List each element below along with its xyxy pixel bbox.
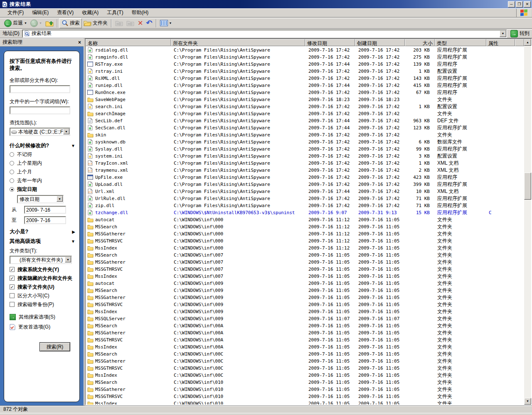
copy-to-button[interactable] <box>125 18 136 28</box>
file-row[interactable]: MSSGTHRSVCC:\WINDOWS\inf\0092009-7-16 11… <box>86 301 524 308</box>
file-row[interactable]: UpLoad.dllC:\Program Files\Rising\AntiSp… <box>86 180 524 188</box>
restore-button[interactable]: ❐ <box>516 1 523 7</box>
column-header-folder[interactable]: 所在文件夹 <box>171 39 305 46</box>
check-tape-backup[interactable]: 搜索磁带备份(P) <box>10 301 77 308</box>
vertical-scrollbar[interactable]: ▲ ▼ <box>524 39 531 405</box>
file-row[interactable]: MSSearchC:\WINDOWS\inf\0092009-7-16 11:0… <box>86 287 524 294</box>
file-row[interactable]: MssIndexC:\WINDOWS\inf\0102009-7-16 11:0… <box>86 400 524 405</box>
file-row[interactable]: traymenu.xmlC:\Program Files\Rising\Anti… <box>86 166 524 173</box>
date-field-dropdown-icon[interactable]: ▼ <box>57 196 63 202</box>
from-date-input[interactable] <box>24 206 66 214</box>
file-row[interactable]: MssIndexC:\WINDOWS\inf\00C2009-7-16 11:0… <box>86 371 524 378</box>
word-input[interactable] <box>10 106 70 114</box>
file-row[interactable]: MSSGathererC:\WINDOWS\inf\00C2009-7-16 1… <box>86 357 524 364</box>
file-row[interactable]: MSSearchC:\WINDOWS\inf\00A2009-7-16 11:0… <box>86 322 524 329</box>
minimize-button[interactable]: ─ <box>508 1 515 7</box>
filetype-select[interactable]: (所有文件和文件夹) ▼ <box>10 256 72 264</box>
menu-tools[interactable]: 工具(T) <box>103 8 127 17</box>
radio-past-month[interactable]: 上个月 <box>10 168 77 175</box>
file-row[interactable]: tzchange.dllC:\WINDOWS\$NtUninstallKB970… <box>86 209 524 216</box>
column-header-name[interactable]: 名称 <box>86 39 171 46</box>
file-row[interactable]: MSSGathererC:\WINDOWS\inf\0072009-7-16 1… <box>86 258 524 265</box>
file-row[interactable]: rstray.iniC:\Program Files\Rising\AntiSp… <box>86 67 524 74</box>
file-row[interactable]: MSSGTHRSVCC:\WINDOWS\inf\0002009-7-16 11… <box>86 237 524 244</box>
menu-help[interactable]: 帮助(H) <box>128 8 153 17</box>
scope-select[interactable]: 本地硬盘 (C:;D:;E:;F ▼ <box>10 128 70 136</box>
back-dropdown-icon[interactable]: ▼ <box>24 22 27 25</box>
file-row[interactable]: TrayIcon.xmlC:\Program Files\Rising\Anti… <box>86 159 524 166</box>
assistant-close-icon[interactable]: × <box>78 40 81 45</box>
size-title[interactable]: 大小是?▶ <box>10 228 75 235</box>
views-dropdown-icon[interactable]: ▼ <box>169 22 172 25</box>
file-row[interactable]: runiep.dllC:\Program Files\Rising\AntiSp… <box>86 82 524 89</box>
search-toggle-button[interactable]: 搜索 <box>59 18 82 28</box>
move-to-button[interactable] <box>113 18 125 28</box>
file-row[interactable]: RunOnce.exeC:\Program Files\Rising\AntiS… <box>86 89 524 96</box>
search-button[interactable]: 搜索(R) <box>39 342 70 351</box>
views-button[interactable]: ▼ <box>158 18 174 28</box>
check-subfolders[interactable]: ✓搜索子文件夹(U) <box>10 284 77 290</box>
file-row[interactable]: MssIndexC:\WINDOWS\inf\0002009-7-16 11:1… <box>86 244 524 251</box>
file-row[interactable]: MSSearchC:\WINDOWS\inf\00C2009-7-16 11:0… <box>86 350 524 357</box>
file-row[interactable]: SecScan.dllC:\Program Files\Rising\AntiS… <box>86 124 524 131</box>
check-hidden-files[interactable]: ✓搜索隐藏的文件和文件夹 <box>10 275 77 282</box>
radio-specify-dates[interactable]: 指定日期 <box>10 186 77 193</box>
folders-button[interactable]: 文件夹 <box>82 18 109 28</box>
scroll-down-icon[interactable]: ▼ <box>524 398 531 405</box>
menu-file[interactable]: 文件(F) <box>3 8 28 17</box>
menu-edit[interactable]: 编辑(E) <box>28 8 53 17</box>
file-row[interactable]: autocatC:\WINDOWS\inf\0002009-7-16 11:12… <box>86 216 524 223</box>
file-row[interactable]: UrlRule.dllC:\Program Files\Rising\AntiS… <box>86 195 524 202</box>
file-row[interactable]: Url.xmlC:\Program Files\Rising\AntiSpywa… <box>86 188 524 195</box>
scope-dropdown-icon[interactable]: ▼ <box>63 128 69 134</box>
scrollbar-thumb[interactable] <box>524 173 531 200</box>
file-row[interactable]: rsdialog.dllC:\Program Files\Rising\Anti… <box>86 46 524 53</box>
date-field-select[interactable]: 修改日期 ▼ <box>17 195 64 203</box>
address-dropdown-button[interactable]: ▼ <box>500 30 506 37</box>
file-row[interactable]: MSSGathererC:\WINDOWS\inf\00A2009-7-16 1… <box>86 329 524 336</box>
file-row[interactable]: MssIndexC:\WINDOWS\inf\0072009-7-16 11:0… <box>86 272 524 279</box>
file-row[interactable]: Syslay.dllC:\Program Files\Rising\AntiSp… <box>86 145 524 152</box>
file-row[interactable]: MSSGTHRSVCC:\WINDOWS\inf\0102009-7-16 11… <box>86 393 524 400</box>
scroll-up-icon[interactable]: ▲ <box>524 39 531 46</box>
go-button[interactable]: → 转到 <box>510 30 530 37</box>
file-row[interactable]: system.iniC:\Program Files\Rising\AntiSp… <box>86 152 524 159</box>
forward-button[interactable]: → ▼ <box>29 18 44 28</box>
file-row[interactable]: search.iniC:\Program Files\Rising\AntiSp… <box>86 103 524 110</box>
file-row[interactable]: UpFile.exeC:\Program Files\Rising\AntiSp… <box>86 173 524 180</box>
file-row[interactable]: MSSearchC:\WINDOWS\inf\0102009-7-16 11:0… <box>86 378 524 385</box>
file-row[interactable]: rsmginfo.dllC:\Program Files\Rising\Anti… <box>86 53 524 60</box>
check-system-folders[interactable]: ✓搜索系统文件夹(Y) <box>10 267 77 273</box>
column-header-type[interactable]: 类型 <box>435 39 486 46</box>
column-header-modified[interactable]: 修改日期 <box>305 39 355 46</box>
filename-input[interactable] <box>10 85 70 93</box>
file-row[interactable]: SaveWebPageC:\Program Files\Rising\AntiS… <box>86 96 524 103</box>
file-row[interactable]: MSSearchC:\WINDOWS\inf\0002009-7-16 11:1… <box>86 223 524 230</box>
file-row[interactable]: MssIndexC:\WINDOWS\inf\0092009-7-16 11:0… <box>86 308 524 315</box>
check-case-sensitive[interactable]: 区分大小写(C) <box>10 293 77 299</box>
undo-button[interactable]: ↶ <box>145 18 154 28</box>
menu-view[interactable]: 查看(V) <box>53 8 78 17</box>
file-row[interactable]: MSSGathererC:\WINDOWS\inf\0092009-7-16 1… <box>86 294 524 301</box>
file-row[interactable]: MSSGTHRSVCC:\WINDOWS\inf\00C2009-7-16 11… <box>86 364 524 371</box>
file-row[interactable]: MSSGTHRSVCC:\WINDOWS\inf\0072009-7-16 11… <box>86 265 524 272</box>
file-row[interactable]: MssIndexC:\WINDOWS\inf\00A2009-7-16 11:0… <box>86 343 524 350</box>
filetype-dropdown-icon[interactable]: ▼ <box>65 257 71 262</box>
file-row[interactable]: zip.dllC:\Program Files\Rising\AntiSpywa… <box>86 202 524 209</box>
change-preferences-link[interactable]: 更改首选项(G) <box>10 324 77 331</box>
file-row[interactable]: sysknown.dbC:\Program Files\Rising\AntiS… <box>86 138 524 145</box>
advanced-title[interactable]: 其他高级选项▼ <box>10 238 75 245</box>
file-row[interactable]: MSSQLServerC:\WINDOWS\inf\0092009-7-16 1… <box>86 315 524 322</box>
radio-within-past-year[interactable]: 去年一年内 <box>10 177 77 184</box>
to-date-input[interactable] <box>24 216 66 224</box>
column-header-created[interactable]: 创建日期 <box>355 39 405 46</box>
column-header-size[interactable]: 大小 <box>405 39 435 46</box>
file-row[interactable]: SecLib.defC:\Program Files\Rising\AntiSp… <box>86 117 524 124</box>
when-modified-title[interactable]: 什么时候修改的?▼ <box>10 142 75 149</box>
column-header-attributes[interactable]: 属性 <box>486 39 515 46</box>
file-row[interactable]: autocatC:\WINDOWS\inf\0092009-7-16 11:05… <box>86 279 524 287</box>
address-combo[interactable]: 搜索结果 ▼ <box>22 30 507 38</box>
radio-dont-remember[interactable]: 不记得 <box>10 151 77 158</box>
radio-within-last-week[interactable]: 上个星期内 <box>10 160 77 167</box>
other-search-options-link[interactable]: → 其他搜索选项(S) <box>10 314 77 321</box>
